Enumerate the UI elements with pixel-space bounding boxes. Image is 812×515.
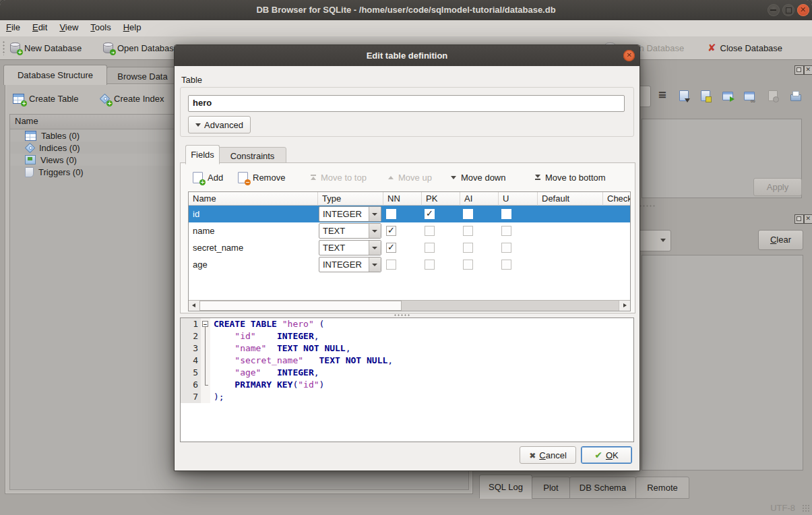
column-header-name[interactable]: Name — [189, 192, 318, 206]
ai-checkbox[interactable] — [463, 243, 473, 253]
wrap-text-icon[interactable] — [656, 90, 669, 102]
move-up-button[interactable]: Move up — [388, 169, 432, 185]
menu-help[interactable]: Help — [117, 20, 148, 36]
nn-checkbox[interactable] — [386, 260, 396, 270]
dock-splitter[interactable] — [639, 204, 656, 208]
field-name-cell[interactable]: name — [189, 226, 318, 236]
dock-float-button[interactable] — [794, 65, 804, 75]
tab-browse-data[interactable]: Browse Data — [106, 67, 179, 85]
column-header-pk[interactable]: PK — [422, 192, 460, 206]
ai-checkbox[interactable] — [463, 260, 473, 270]
field-type-select[interactable]: INTEGER — [319, 257, 381, 272]
close-window-button[interactable] — [797, 4, 809, 16]
tab-database-structure[interactable]: Database Structure — [3, 65, 107, 85]
bottom-tab-remote[interactable]: Remote — [635, 477, 689, 499]
apply-button[interactable]: Apply — [753, 178, 802, 196]
menu-file[interactable]: File — [0, 20, 26, 36]
sql-token: TEXT NOT NULL — [277, 343, 346, 353]
pk-checkbox[interactable] — [425, 243, 435, 253]
open-database-label: Open Database — [117, 42, 179, 53]
horizontal-scrollbar[interactable] — [189, 300, 630, 311]
chevron-down-icon — [660, 239, 666, 242]
scrollbar-thumb[interactable] — [199, 301, 402, 311]
dialog-close-button[interactable] — [623, 50, 635, 61]
move-to-top-button[interactable]: Move to top — [311, 169, 367, 185]
open-database-button[interactable]: Open Database — [103, 40, 179, 56]
dock-float-button[interactable] — [794, 214, 804, 224]
column-header-nn[interactable]: NN — [383, 192, 422, 206]
pk-cell — [422, 243, 460, 253]
u-checkbox[interactable] — [501, 243, 511, 253]
field-type-select[interactable]: TEXT — [319, 240, 381, 255]
create-table-button[interactable]: Create Table — [13, 90, 78, 107]
column-header-u[interactable]: U — [499, 192, 538, 206]
toolbar-drag-handle[interactable] — [2, 40, 5, 55]
sql-token: "age" — [235, 367, 261, 377]
nn-checkbox[interactable] — [386, 209, 396, 219]
ai-checkbox[interactable] — [463, 226, 473, 236]
bottom-tab-plot[interactable]: Plot — [532, 477, 570, 499]
move-to-bottom-button[interactable]: Move to bottom — [535, 169, 606, 185]
nn-checkbox[interactable] — [386, 243, 396, 253]
sql-preview-editor[interactable]: 1CREATE TABLE "hero" (2 "id" INTEGER,3 "… — [180, 317, 634, 442]
minimize-button[interactable] — [768, 4, 780, 16]
move-down-button[interactable]: Move down — [451, 169, 505, 185]
menu-tools[interactable]: Tools — [84, 20, 117, 36]
create-index-button[interactable]: Create Index — [100, 90, 164, 107]
pk-checkbox[interactable] — [425, 226, 435, 236]
maximize-button[interactable] — [782, 4, 794, 16]
nn-checkbox[interactable] — [386, 226, 396, 236]
window-titlebar[interactable]: DB Browser for SQLite - /home/user/code/… — [0, 0, 812, 21]
dock-close-button[interactable] — [804, 65, 812, 75]
column-header-ai[interactable]: AI — [460, 192, 499, 206]
field-row[interactable]: ageINTEGER — [189, 256, 631, 273]
export-file-icon[interactable] — [699, 90, 712, 102]
scroll-left-arrow[interactable] — [189, 301, 200, 311]
tab-fields[interactable]: Fields — [185, 145, 220, 164]
pk-checkbox[interactable] — [425, 260, 435, 270]
column-header-type[interactable]: Type — [318, 192, 383, 206]
remove-button[interactable]: Remove — [238, 169, 285, 185]
bottom-tab-db-schema[interactable]: DB Schema — [569, 477, 636, 499]
dialog-titlebar[interactable]: Edit table definition — [175, 45, 639, 66]
scroll-right-arrow[interactable] — [619, 301, 630, 311]
sql-line: 1CREATE TABLE "hero" ( — [181, 318, 633, 330]
column-header-check[interactable]: Check — [603, 192, 631, 206]
field-name-cell[interactable]: secret_name — [189, 243, 318, 253]
resize-grip[interactable] — [802, 504, 810, 512]
field-row[interactable]: idINTEGER — [189, 206, 631, 222]
fold-marker[interactable] — [201, 318, 210, 330]
table-name-input[interactable]: hero — [188, 95, 625, 112]
advanced-button[interactable]: Advanced — [188, 116, 251, 133]
bottom-tab-sql-log[interactable]: SQL Log — [479, 475, 532, 499]
dock-close-button[interactable] — [804, 214, 812, 224]
field-row[interactable]: secret_nameTEXT — [189, 239, 631, 256]
field-name-cell[interactable]: age — [189, 260, 318, 270]
u-checkbox[interactable] — [501, 260, 511, 270]
add-button[interactable]: Add — [193, 169, 223, 185]
new-database-button[interactable]: New Database — [10, 40, 82, 56]
field-row[interactable]: nameTEXT — [189, 222, 631, 239]
set-null-icon[interactable] — [766, 90, 780, 102]
close-database-button[interactable]: ✘ Close Database — [708, 40, 782, 56]
menu-edit[interactable]: Edit — [26, 20, 53, 36]
field-name-cell[interactable]: id — [189, 209, 318, 219]
field-type-select[interactable]: TEXT — [319, 223, 381, 239]
dialog-splitter[interactable] — [394, 313, 411, 317]
column-header-default[interactable]: Default — [538, 192, 603, 206]
ai-checkbox[interactable] — [463, 209, 473, 219]
import-file-icon[interactable] — [677, 90, 691, 102]
clear-button[interactable]: Clear — [758, 230, 803, 250]
ok-button[interactable]: OK — [581, 446, 632, 464]
u-checkbox[interactable] — [501, 226, 511, 236]
print-icon[interactable] — [788, 90, 802, 102]
menu-view[interactable]: View — [53, 20, 84, 36]
cancel-button[interactable]: Cancel — [520, 446, 576, 464]
field-type-select[interactable]: INTEGER — [319, 206, 381, 222]
execute-icon[interactable] — [720, 90, 734, 102]
pk-checkbox[interactable] — [425, 209, 435, 219]
sql-log-area[interactable] — [642, 255, 803, 471]
u-checkbox[interactable] — [501, 209, 511, 219]
encoding-indicator[interactable]: UTF-8 — [770, 503, 795, 513]
link-icon[interactable] — [742, 90, 755, 102]
